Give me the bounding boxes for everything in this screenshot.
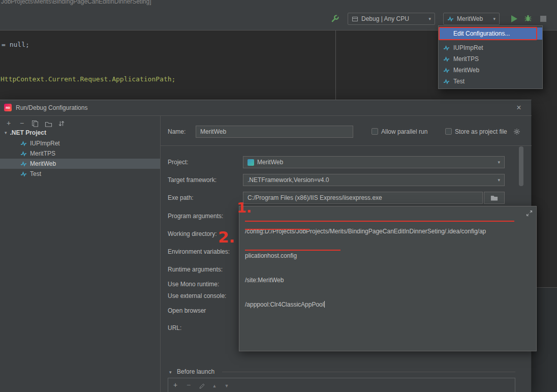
working-directory-label: Working directory:: [168, 230, 216, 237]
before-launch-remove-button[interactable]: −: [184, 380, 193, 389]
program-arguments-line: /apppool:Clr4ClassicAppPool: [245, 300, 486, 309]
copy-configuration-button[interactable]: [30, 119, 40, 128]
tree-node-label: MeritWeb: [30, 160, 56, 167]
dialog-scrollbar[interactable]: [519, 146, 523, 186]
editor-split-divider: [335, 31, 336, 100]
program-arguments-text[interactable]: /config:D:/Projects/JobProjects/Merits/B…: [245, 211, 486, 325]
annotation-highlight-box: [439, 27, 537, 40]
use-external-console-label: Use external console:: [168, 292, 226, 299]
store-as-project-file-checkbox[interactable]: [445, 128, 452, 135]
exe-path-label: Exe path:: [168, 194, 194, 201]
before-launch-add-button[interactable]: +: [171, 380, 180, 389]
tree-node-label: .NET Project: [10, 129, 46, 136]
before-launch-move-up-button[interactable]: ▲: [210, 381, 219, 390]
menu-item-test[interactable]: Test: [439, 76, 542, 87]
close-icon[interactable]: ×: [513, 102, 524, 113]
menu-item-meritweb[interactable]: MeritWeb: [439, 65, 542, 76]
program-arguments-editor[interactable]: /config:D:/Projects/JobProjects/Merits/B…: [239, 206, 537, 351]
stop-icon: [540, 16, 546, 22]
annotation-step-1: 1.: [237, 201, 252, 215]
editor-code-line: = null;: [2, 41, 29, 48]
target-framework-label: Target framework:: [168, 176, 216, 184]
solution-config-select[interactable]: Debug | Any CPU ▾: [348, 13, 435, 25]
exe-path-input[interactable]: C:/Program Files (x86)/IIS Express/iisex…: [243, 192, 483, 204]
before-launch-label: Before launch: [177, 368, 214, 375]
menu-item-iupimpret[interactable]: IUPImpRet: [439, 42, 542, 53]
before-launch-divider: [222, 372, 515, 372]
folder-icon: [45, 121, 52, 128]
before-launch-list[interactable]: [168, 378, 515, 392]
before-launch-chevron-icon[interactable]: ▾: [169, 370, 172, 375]
tree-node-label: MeritTPS: [30, 150, 55, 157]
program-arguments-line: /site:MeritWeb: [245, 276, 486, 284]
run-config-icon: [443, 78, 450, 85]
run-config-icon: [447, 16, 454, 22]
tree-node-meritweb-selected[interactable]: MeritWeb: [0, 159, 160, 169]
run-config-select[interactable]: MeritWeb ▾: [443, 13, 500, 25]
browse-exe-button[interactable]: [484, 192, 505, 204]
debug-button[interactable]: [522, 13, 534, 24]
before-launch-move-down-button[interactable]: ▼: [222, 381, 231, 390]
program-arguments-line: plicationhost.config: [245, 252, 486, 260]
sort-arrows-icon: [58, 120, 65, 127]
window-title: JobProjects\Merits\BindingPageCanEditInD…: [1, 0, 151, 5]
project-label: Project:: [168, 159, 189, 166]
allow-parallel-run-label: Allow parallel run: [381, 128, 427, 135]
sort-configurations-button[interactable]: [57, 119, 66, 128]
solution-config-icon: [352, 16, 358, 22]
program-arguments-label: Program arguments:: [168, 213, 223, 220]
project-value: MeritWeb: [257, 159, 283, 166]
text-cursor: [324, 301, 325, 308]
ide-screen: { "titlebar": { "path": "JobProjects\\Me…: [0, 0, 557, 392]
stop-button[interactable]: [538, 13, 549, 24]
pencil-icon: [199, 383, 205, 389]
tree-node-iupimpret[interactable]: IUPImpRet: [0, 138, 160, 148]
allow-parallel-run-checkbox[interactable]: [372, 128, 378, 135]
exe-path-value: C:/Program Files (x86)/IIS Express/iisex…: [247, 194, 382, 201]
bug-icon: [524, 14, 532, 22]
run-config-icon: [20, 161, 27, 167]
quick-fix-wrench-icon[interactable]: [329, 13, 341, 24]
annotation-step-2: 2.: [218, 229, 235, 245]
tree-node-label: IUPImpRet: [30, 140, 60, 147]
environment-variables-label: Environment variables:: [168, 248, 230, 255]
collapse-editor-button[interactable]: [526, 210, 533, 217]
annotation-underline-1b: [245, 229, 310, 230]
store-settings-gear-button[interactable]: [512, 127, 521, 136]
run-config-icon: [20, 150, 27, 157]
runtime-arguments-label: Runtime arguments:: [168, 266, 223, 273]
copy-icon: [32, 120, 39, 127]
folder-icon: [490, 195, 498, 201]
gear-icon: [513, 128, 520, 135]
tree-node-dotnet-project[interactable]: ▾ .NET Project: [0, 128, 160, 138]
project-select[interactable]: MeritWeb ▾: [243, 156, 505, 168]
project-icon: [247, 159, 254, 166]
target-framework-value: .NETFramework,Version=v4.0: [247, 176, 329, 184]
run-button[interactable]: [509, 13, 520, 24]
target-framework-select[interactable]: .NETFramework,Version=v4.0 ▾: [243, 174, 505, 186]
name-value: MeritWeb: [200, 128, 226, 135]
name-input[interactable]: MeritWeb: [196, 126, 353, 138]
run-debug-configurations-dialog: RD Run/Debug Configurations × + − ▾ .NET…: [0, 100, 532, 392]
run-config-icon: [443, 45, 450, 51]
dialog-title: Run/Debug Configurations: [16, 104, 87, 111]
menu-item-merittps[interactable]: MeritTPS: [439, 53, 542, 65]
remove-configuration-button[interactable]: −: [17, 118, 26, 128]
before-launch-edit-button[interactable]: [197, 381, 206, 390]
run-config-icon: [443, 67, 450, 74]
name-label: Name:: [168, 128, 185, 135]
run-config-icon: [443, 56, 450, 63]
tree-node-test[interactable]: Test: [0, 169, 160, 179]
run-config-icon: [20, 140, 27, 147]
add-configuration-button[interactable]: +: [4, 118, 13, 128]
chevron-down-icon: ▾: [493, 16, 496, 21]
run-config-icon: [20, 171, 27, 177]
tree-node-label: Test: [30, 170, 41, 177]
play-icon: [511, 15, 517, 22]
run-config-value: MeritWeb: [457, 15, 483, 22]
url-label: URL:: [168, 324, 181, 331]
solution-config-value: Debug | Any CPU: [361, 15, 409, 22]
tree-node-merittps[interactable]: MeritTPS: [0, 148, 160, 159]
annotation-underline-1: [245, 221, 514, 222]
annotation-underline-2: [245, 250, 341, 251]
